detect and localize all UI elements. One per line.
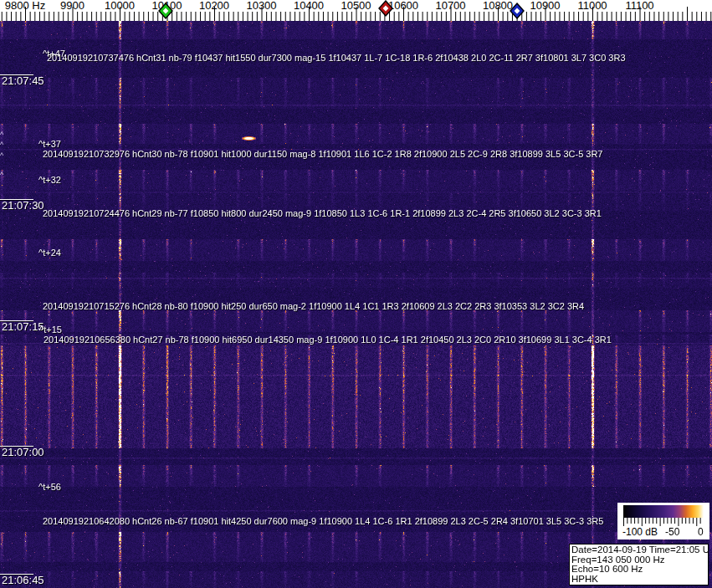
ruler-freq-label: 10900 bbox=[530, 0, 560, 12]
time-axis-label: 21:06:45 bbox=[2, 575, 44, 585]
colorbar-mid-label: -50 bbox=[665, 527, 679, 538]
event-time-tag: ^t+24 bbox=[38, 248, 61, 258]
edge-caret-mark: ^ bbox=[0, 141, 3, 149]
info-box: Date=2014-09-19 Time=21:05 UTC Freq=143 … bbox=[569, 544, 709, 585]
spectrum-waterfall-app: 9800 Hz990010000101001020010300104001050… bbox=[0, 0, 712, 588]
ruler-freq-label: 10400 bbox=[294, 0, 324, 12]
event-detection-record: 20140919210656380 hCnt27 nb-78 f10900 hi… bbox=[44, 335, 612, 345]
ruler-freq-label: 10800 bbox=[483, 0, 513, 12]
time-axis-label: 21:07:30 bbox=[2, 200, 44, 211]
edge-caret-mark: ^ bbox=[0, 171, 3, 179]
info-station-id: HPHK bbox=[571, 575, 708, 585]
ruler-freq-label: 10300 bbox=[246, 0, 276, 12]
event-detection-record: 20140919210715276 hCnt28 nb-80 f10900 hi… bbox=[43, 301, 584, 311]
event-detection-record: 20140919210737476 hCnt31 nb-79 f10437 hi… bbox=[47, 53, 626, 63]
event-time-tag: ^t+56 bbox=[38, 482, 61, 492]
ruler-freq-label: 10200 bbox=[199, 0, 229, 12]
colorbar-gradient[interactable] bbox=[623, 505, 704, 518]
ruler-freq-label: 11100 bbox=[625, 0, 653, 12]
event-detection-record: 20140919210724476 hCnt29 nb-77 f10850 hi… bbox=[43, 208, 602, 218]
event-time-tag: ^t+15 bbox=[39, 325, 62, 335]
ruler-freq-label: 10000 bbox=[105, 0, 135, 12]
time-axis-label: 21:07:45 bbox=[2, 75, 44, 86]
colorbar-ticks bbox=[623, 518, 704, 526]
colorbar-legend: -100 dB -50 0 bbox=[617, 503, 709, 539]
edge-caret-mark: ^ bbox=[0, 131, 3, 139]
ruler-freq-label: 10600 bbox=[388, 0, 418, 12]
colorbar-min-label: -100 dB bbox=[622, 527, 658, 538]
edge-caret-mark: ^ bbox=[0, 152, 3, 160]
ruler-freq-label: 11000 bbox=[577, 0, 607, 12]
event-time-tag: ^t+32 bbox=[38, 175, 61, 185]
event-time-tag: ^t+37 bbox=[38, 139, 61, 149]
frequency-ruler[interactable]: 9800 Hz990010000101001020010300104001050… bbox=[0, 0, 712, 21]
time-axis-label: 21:07:00 bbox=[2, 447, 44, 458]
event-detection-record: 20140919210732976 hCnt30 nb-78 f10901 hi… bbox=[43, 149, 603, 159]
info-date-time: Date=2014-09-19 Time=21:05 UTC bbox=[571, 545, 708, 555]
event-detection-record: 20140919210642080 hCnt26 nb-67 f10901 hi… bbox=[43, 516, 603, 526]
ruler-freq-label: 10700 bbox=[435, 0, 465, 12]
ruler-freq-label: 10500 bbox=[341, 0, 371, 12]
ruler-freq-label: 9800 Hz bbox=[5, 0, 45, 12]
ruler-freq-label: 9900 bbox=[60, 0, 85, 12]
colorbar-max-label: 0 bbox=[698, 527, 704, 538]
time-axis-label: 21:07:15 bbox=[2, 321, 44, 332]
